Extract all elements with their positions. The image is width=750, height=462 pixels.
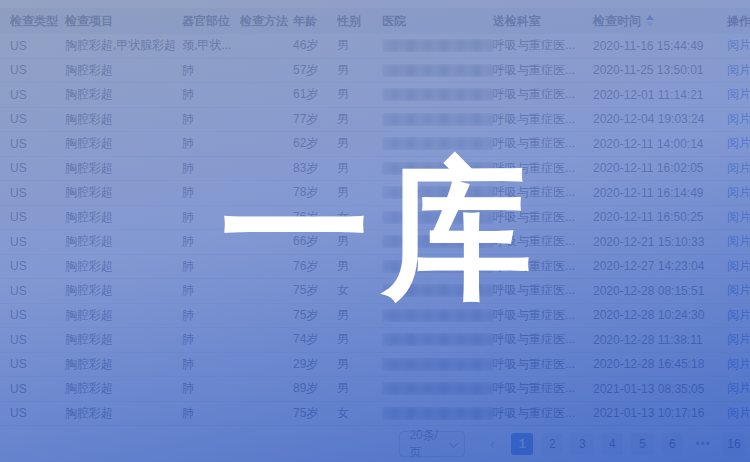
hospital-redacted-blur xyxy=(382,113,493,126)
view-film-link[interactable]: 阅片 xyxy=(727,185,750,199)
cell-time: 2021-01-13 10:17:16 xyxy=(585,406,727,420)
view-film-link[interactable]: 阅片 xyxy=(727,332,750,346)
cell-dept: 呼吸与重症医... xyxy=(493,405,585,422)
cell-hospital xyxy=(382,333,493,346)
cell-action: 阅片 xyxy=(727,135,750,152)
cell-gender: 男 xyxy=(337,233,382,250)
cell-type: US xyxy=(10,186,65,200)
column-header-label: 检查时间 xyxy=(593,14,641,28)
cell-time: 2020-12-01 11:14:21 xyxy=(585,88,727,102)
cell-dept: 呼吸与重症医... xyxy=(493,331,585,348)
column-header-label: 检查方法 xyxy=(240,14,288,28)
view-film-link[interactable]: 阅片 xyxy=(727,357,750,371)
cell-dept: 呼吸与重症医... xyxy=(493,307,585,324)
cell-hospital xyxy=(382,162,493,175)
cell-age: 57岁 xyxy=(293,62,337,79)
cell-item: 胸腔彩超 xyxy=(65,111,182,128)
hospital-redacted-blur xyxy=(382,211,493,224)
cell-item: 胸腔彩超 xyxy=(65,62,182,79)
table-row: US胸腔彩超肺83岁男呼吸与重症医...2020-12-11 16:02:05阅… xyxy=(0,157,750,182)
cell-gender: 男 xyxy=(337,356,382,373)
cell-hospital xyxy=(382,211,493,224)
cell-hospital xyxy=(382,260,493,273)
view-film-link[interactable]: 阅片 xyxy=(727,406,750,420)
column-header-label: 器官部位 xyxy=(182,14,230,28)
cell-time: 2020-12-28 16:45:18 xyxy=(585,357,727,371)
cell-dept: 呼吸与重症医... xyxy=(493,86,585,103)
cell-action: 阅片 xyxy=(727,233,750,250)
cell-organ: 肺 xyxy=(182,209,240,226)
view-film-link[interactable]: 阅片 xyxy=(727,234,750,248)
table-row: US胸腔彩超肺75岁男呼吸与重症医...2020-12-28 10:24:30阅… xyxy=(0,304,750,329)
hospital-redacted-blur xyxy=(382,88,493,101)
hospital-redacted-blur xyxy=(382,186,493,199)
cell-item: 胸腔彩超 xyxy=(65,135,182,152)
view-film-link[interactable]: 阅片 xyxy=(727,161,750,175)
table-row: US胸腔彩超肺76岁女呼吸与重症医...2020-12-11 16:50:25阅… xyxy=(0,206,750,231)
cell-action: 阅片 xyxy=(727,380,750,397)
cell-age: 89岁 xyxy=(293,380,337,397)
cell-time: 2020-11-16 15:44:49 xyxy=(585,39,727,53)
cell-item: 胸腔彩超,甲状腺彩超 xyxy=(65,37,182,54)
cell-gender: 男 xyxy=(337,111,382,128)
hospital-redacted-blur xyxy=(382,309,493,322)
cell-age: 74岁 xyxy=(293,331,337,348)
cell-type: US xyxy=(10,259,65,273)
cell-dept: 呼吸与重症医... xyxy=(493,233,585,250)
column-header-label: 检查项目 xyxy=(65,14,113,28)
cell-time: 2020-12-11 16:02:05 xyxy=(585,161,727,175)
cell-type: US xyxy=(10,284,65,298)
cell-item: 胸腔彩超 xyxy=(65,258,182,275)
table-row: US胸腔彩超肺57岁男呼吸与重症医...2020-11-25 13:50:01阅… xyxy=(0,59,750,84)
hospital-redacted-blur xyxy=(382,137,493,150)
view-film-link[interactable]: 阅片 xyxy=(727,308,750,322)
column-header-6: 医院 xyxy=(382,13,493,30)
view-film-link[interactable]: 阅片 xyxy=(727,210,750,224)
table-row: US胸腔彩超肺74岁男呼吸与重症医...2020-12-28 11:38:11阅… xyxy=(0,328,750,353)
cell-dept: 呼吸与重症医... xyxy=(493,356,585,373)
cell-item: 胸腔彩超 xyxy=(65,282,182,299)
view-film-link[interactable]: 阅片 xyxy=(727,112,750,126)
view-film-link[interactable]: 阅片 xyxy=(727,87,750,101)
view-film-link[interactable]: 阅片 xyxy=(727,38,750,52)
column-header-7: 送检科室 xyxy=(493,13,585,30)
cell-age: 75岁 xyxy=(293,307,337,324)
column-header-label: 性别 xyxy=(337,14,361,28)
table-row: US胸腔彩超肺61岁男呼吸与重症医...2020-12-01 11:14:21阅… xyxy=(0,83,750,108)
cell-action: 阅片 xyxy=(727,62,750,79)
cell-age: 78岁 xyxy=(293,184,337,201)
cell-organ: 肺 xyxy=(182,62,240,79)
cell-organ: 肺 xyxy=(182,356,240,373)
cell-time: 2020-12-27 14:23:04 xyxy=(585,259,727,273)
sort-carets-icon[interactable] xyxy=(646,15,654,27)
view-film-link[interactable]: 阅片 xyxy=(727,136,750,150)
cell-action: 阅片 xyxy=(727,405,750,422)
view-film-link[interactable]: 阅片 xyxy=(727,259,750,273)
cell-action: 阅片 xyxy=(727,258,750,275)
cell-time: 2020-12-28 08:15:51 xyxy=(585,284,727,298)
column-header-4: 年龄 xyxy=(293,13,337,30)
view-film-link[interactable]: 阅片 xyxy=(727,381,750,395)
cell-organ: 肺 xyxy=(182,233,240,250)
cell-item: 胸腔彩超 xyxy=(65,356,182,373)
sort-desc-icon[interactable] xyxy=(646,22,654,27)
exam-table: 检查类型检查项目器官部位检查方法年龄性别医院送检科室检查时间操作 US胸腔彩超,… xyxy=(0,0,750,462)
view-film-link[interactable]: 阅片 xyxy=(727,63,750,77)
cell-age: 62岁 xyxy=(293,135,337,152)
column-header-8[interactable]: 检查时间 xyxy=(585,13,727,30)
cell-time: 2020-12-21 15:10:33 xyxy=(585,235,727,249)
cell-action: 阅片 xyxy=(727,209,750,226)
cell-item: 胸腔彩超 xyxy=(65,160,182,177)
sort-asc-icon[interactable] xyxy=(646,15,654,20)
cell-dept: 呼吸与重症医... xyxy=(493,258,585,275)
cell-dept: 呼吸与重症医... xyxy=(493,160,585,177)
hospital-redacted-blur xyxy=(382,64,493,77)
cell-organ: 肺 xyxy=(182,405,240,422)
cell-type: US xyxy=(10,63,65,77)
cell-dept: 呼吸与重症医... xyxy=(493,37,585,54)
cell-gender: 男 xyxy=(337,86,382,103)
cell-hospital xyxy=(382,407,493,420)
hospital-redacted-blur xyxy=(382,358,493,371)
view-film-link[interactable]: 阅片 xyxy=(727,283,750,297)
column-header-9: 操作 xyxy=(727,13,750,30)
